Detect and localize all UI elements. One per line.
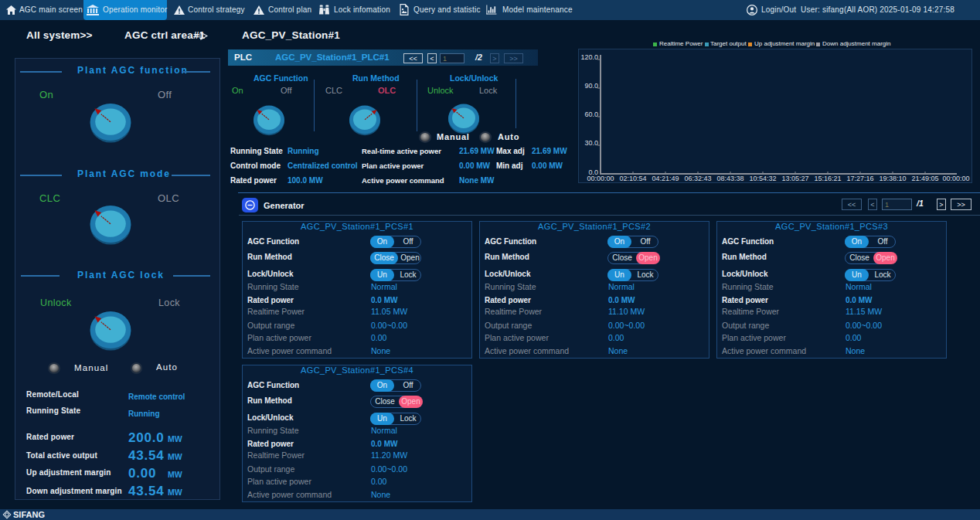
svg-text:10:54:32: 10:54:32	[749, 175, 776, 182]
svg-text:13:05:27: 13:05:27	[781, 175, 808, 182]
svg-text:08:43:38: 08:43:38	[716, 175, 744, 182]
svg-text:00:00:00: 00:00:00	[942, 175, 969, 182]
svg-text:04:21:49: 04:21:49	[652, 175, 679, 182]
svg-text:30.0: 30.0	[584, 139, 598, 147]
svg-text:19:38:10: 19:38:10	[879, 175, 906, 182]
svg-text:15:16:21: 15:16:21	[814, 175, 841, 182]
svg-text:21:49:05: 21:49:05	[911, 175, 938, 182]
svg-text:120.0: 120.0	[580, 53, 598, 61]
svg-text:06:32:43: 06:32:43	[684, 175, 711, 182]
svg-text:90.0: 90.0	[584, 82, 598, 90]
svg-text:60.0: 60.0	[584, 110, 598, 118]
svg-text:17:27:16: 17:27:16	[846, 175, 873, 182]
svg-text:00:00:00: 00:00:00	[587, 175, 614, 182]
svg-text:02:10:54: 02:10:54	[619, 175, 646, 182]
